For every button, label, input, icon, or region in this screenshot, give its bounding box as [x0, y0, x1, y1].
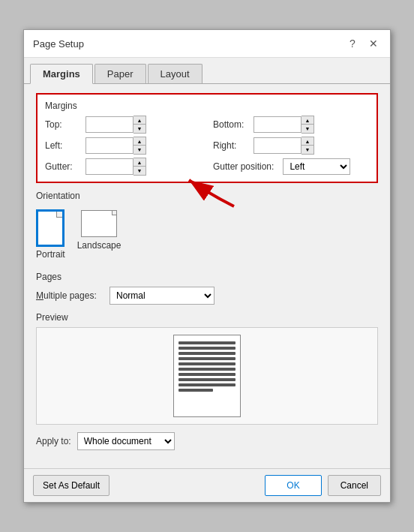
left-increment[interactable]: ▲ — [134, 137, 146, 146]
margins-grid: Top: 1" ▲ ▼ Bottom: 1" ▲ — [45, 116, 369, 176]
gutter-spinner-btns: ▲ ▼ — [134, 158, 146, 176]
right-spinner-btns: ▲ ▼ — [302, 137, 314, 155]
gutter-position-select[interactable]: Left Top Right — [283, 158, 350, 175]
right-row: Right: 1" ▲ ▼ — [213, 137, 369, 155]
apply-select[interactable]: Whole document This section This point f… — [77, 432, 175, 450]
footer-left: Set As Default — [33, 475, 110, 496]
left-row: Left: 1" ▲ ▼ — [45, 137, 201, 155]
right-label: Right: — [213, 140, 249, 151]
pages-section: Pages Multiple pages: Normal Mirror marg… — [36, 272, 378, 305]
multiple-pages-label: Multiple pages: — [36, 290, 104, 301]
set-as-default-button[interactable]: Set As Default — [33, 475, 110, 496]
tab-paper[interactable]: Paper — [94, 64, 146, 83]
bottom-increment[interactable]: ▲ — [302, 116, 314, 125]
gutter-position-dropdown-wrap: Left Top Right — [283, 158, 350, 175]
right-decrement[interactable]: ▼ — [302, 146, 314, 154]
left-spinner-btns: ▲ ▼ — [134, 137, 146, 155]
close-button[interactable]: ✕ — [366, 36, 381, 51]
landscape-dog-ear — [112, 211, 116, 215]
right-input[interactable]: 1" — [254, 137, 302, 154]
top-decrement[interactable]: ▼ — [134, 125, 146, 133]
multiple-pages-select[interactable]: Normal Mirror margins 2 pages per sheet … — [110, 287, 214, 305]
title-bar-buttons: ? ✕ — [345, 36, 381, 51]
preview-line-3 — [178, 352, 236, 355]
bottom-label: Bottom: — [213, 119, 249, 130]
tab-layout[interactable]: Layout — [148, 64, 202, 83]
apply-row: Apply to: Whole document This section Th… — [36, 432, 378, 450]
margins-section: Margins Top: 1" ▲ ▼ Bottom: — [36, 93, 378, 183]
pages-title: Pages — [36, 272, 378, 282]
portrait-label: Portrait — [36, 249, 65, 260]
help-button[interactable]: ? — [345, 36, 360, 51]
landscape-option[interactable]: Landscape — [77, 210, 122, 260]
left-spinner: 1" ▲ ▼ — [86, 137, 146, 155]
left-label: Left: — [45, 140, 81, 151]
top-increment[interactable]: ▲ — [134, 116, 146, 125]
portrait-icon — [37, 210, 64, 246]
bottom-spinner-btns: ▲ ▼ — [302, 116, 314, 134]
left-decrement[interactable]: ▼ — [134, 146, 146, 154]
top-input[interactable]: 1" — [86, 116, 134, 133]
preview-line-7 — [178, 373, 236, 376]
apply-label: Apply to: — [36, 436, 71, 446]
bottom-row: Bottom: 1" ▲ ▼ — [213, 116, 369, 134]
preview-line-5 — [178, 362, 236, 365]
orientation-section: Orientation Portrait Landscape — [36, 191, 378, 264]
top-spinner-btns: ▲ ▼ — [134, 116, 146, 134]
preview-line-8 — [178, 378, 236, 381]
tab-margins[interactable]: Margins — [30, 64, 93, 84]
pages-row: Multiple pages: Normal Mirror margins 2 … — [36, 287, 378, 305]
preview-line-10 — [178, 389, 213, 392]
gutter-spinner: 0" ▲ ▼ — [86, 158, 146, 176]
top-spinner: 1" ▲ ▼ — [86, 116, 146, 134]
multiple-pages-underline-m: M — [36, 290, 44, 301]
preview-line-2 — [178, 347, 236, 350]
preview-line-4 — [178, 357, 236, 360]
bottom-input[interactable]: 1" — [254, 116, 302, 133]
gutter-position-row: Gutter position: Left Top Right — [213, 158, 369, 176]
right-increment[interactable]: ▲ — [302, 137, 314, 146]
gutter-row: Gutter: 0" ▲ ▼ — [45, 158, 201, 176]
left-input[interactable]: 1" — [86, 137, 134, 154]
gutter-decrement[interactable]: ▼ — [134, 167, 146, 175]
top-label: Top: — [45, 119, 81, 130]
preview-page — [173, 335, 241, 417]
dialog-title: Page Setup — [33, 38, 84, 50]
cancel-button[interactable]: Cancel — [328, 475, 381, 496]
bottom-spinner: 1" ▲ ▼ — [254, 116, 314, 134]
title-bar: Page Setup ? ✕ — [24, 30, 390, 58]
tab-bar: Margins Paper Layout — [24, 58, 390, 84]
preview-line-6 — [178, 368, 236, 371]
preview-line-1 — [178, 341, 236, 344]
dialog-content: Margins Top: 1" ▲ ▼ Bottom: — [24, 84, 390, 468]
gutter-increment[interactable]: ▲ — [134, 158, 146, 167]
dialog-footer: Set As Default OK Cancel — [24, 468, 390, 502]
portrait-option[interactable]: Portrait — [36, 210, 65, 260]
landscape-icon — [81, 210, 117, 237]
gutter-label: Gutter: — [45, 161, 81, 172]
portrait-dog-ear — [56, 212, 62, 218]
margins-section-title: Margins — [45, 101, 369, 111]
preview-box — [36, 327, 378, 425]
landscape-label: Landscape — [77, 240, 122, 251]
gutter-position-label: Gutter position: — [213, 161, 274, 172]
ok-button[interactable]: OK — [265, 475, 321, 496]
bottom-decrement[interactable]: ▼ — [302, 125, 314, 133]
gutter-input[interactable]: 0" — [86, 158, 134, 175]
preview-section: Preview — [36, 312, 378, 425]
preview-line-9 — [178, 383, 236, 386]
right-spinner: 1" ▲ ▼ — [254, 137, 314, 155]
footer-right: OK Cancel — [265, 475, 381, 496]
orientation-options: Portrait Landscape — [36, 206, 378, 264]
orientation-title: Orientation — [36, 191, 378, 201]
top-row: Top: 1" ▲ ▼ — [45, 116, 201, 134]
multiple-pages-rest: ultiple pages: — [44, 290, 97, 301]
preview-title: Preview — [36, 312, 378, 323]
page-setup-dialog: Page Setup ? ✕ Margins Paper Layout Marg… — [23, 29, 391, 503]
